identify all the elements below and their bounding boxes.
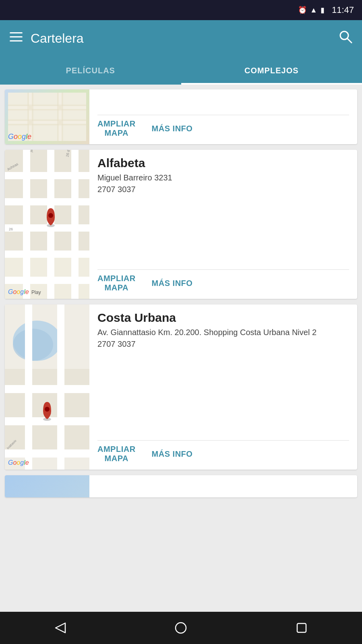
- app-bar: Cartelera: [0, 20, 362, 56]
- ampliar-mapa-btn-costa[interactable]: AMPLIAR MAPA: [97, 445, 136, 463]
- svg-rect-62: [32, 425, 57, 449]
- mas-info-btn-costa[interactable]: MÁS INFO: [152, 449, 193, 459]
- svg-rect-54: [57, 304, 64, 470]
- search-icon[interactable]: [339, 30, 352, 47]
- back-btn[interactable]: [50, 618, 70, 638]
- status-bar: ⏰ ▲ ▮ 11:47: [0, 0, 362, 20]
- svg-rect-1: [10, 36, 23, 37]
- card-costa-info: Costa Urbana Av. Giannattasio Km. 20.200…: [89, 304, 357, 470]
- svg-line-4: [348, 39, 352, 43]
- svg-marker-67: [56, 623, 65, 633]
- google-logo-costa: Google: [8, 459, 29, 466]
- mas-info-btn-alfabeta[interactable]: MÁS INFO: [152, 279, 193, 288]
- svg-rect-12: [8, 120, 86, 126]
- svg-rect-33: [5, 205, 23, 224]
- card-costa-phone: 2707 3037: [97, 340, 349, 349]
- card-alfabeta-phone: 2707 3037: [97, 185, 349, 194]
- svg-point-49: [13, 329, 53, 361]
- tab-bar: PELÍCULAS COMPLEJOS: [0, 56, 362, 85]
- svg-rect-60: [64, 393, 89, 417]
- svg-rect-29: [5, 179, 23, 198]
- bottom-nav: [0, 612, 362, 644]
- svg-rect-57: [5, 369, 25, 385]
- google-logo-alfabeta: Google: [8, 288, 31, 295]
- card-top-actions: AMPLIAR MAPA MÁS INFO: [97, 115, 349, 138]
- ampliar-mapa-btn-alfabeta[interactable]: AMPLIAR MAPA: [97, 274, 136, 292]
- svg-rect-31: [54, 179, 71, 198]
- ampliar-mapa-btn-top[interactable]: AMPLIAR MAPA: [97, 119, 136, 138]
- alarm-icon: ⏰: [298, 6, 307, 14]
- svg-rect-55: [32, 369, 57, 385]
- svg-rect-53: [25, 304, 32, 470]
- svg-rect-52: [5, 449, 89, 458]
- card-alfabeta-name: Alfabeta: [97, 156, 349, 170]
- svg-rect-40: [79, 232, 89, 251]
- status-icons: ⏰ ▲ ▮ 11:47: [298, 5, 354, 15]
- main-content: Google AMPLIAR MAPA MÁS INFO: [0, 85, 362, 612]
- svg-point-66: [45, 407, 50, 412]
- card-alfabeta-actions: AMPLIAR MAPA MÁS INFO: [97, 269, 349, 292]
- map-thumbnail-top: Google: [5, 89, 89, 144]
- card-costa-name: Costa Urbana: [97, 311, 349, 325]
- recent-btn[interactable]: [292, 618, 312, 638]
- svg-rect-56: [64, 369, 89, 385]
- tab-peliculas[interactable]: PELÍCULAS: [0, 56, 181, 85]
- mas-info-btn-top[interactable]: MÁS INFO: [152, 124, 193, 133]
- svg-rect-36: [79, 205, 89, 224]
- card-costa-urbana: inattasio Google Costa Urbana Av. Gianna…: [5, 304, 357, 470]
- map-thumbnail-costa: inattasio Google: [5, 304, 89, 470]
- tab-peliculas-label: PELÍCULAS: [66, 66, 115, 75]
- svg-point-46: [48, 213, 53, 218]
- card-costa-actions: AMPLIAR MAPA MÁS INFO: [97, 440, 349, 463]
- svg-rect-14: [57, 93, 63, 141]
- app-title: Cartelera: [31, 31, 84, 46]
- card-partial-top: Google AMPLIAR MAPA MÁS INFO: [5, 89, 357, 144]
- tab-complejos-label: COMPLEJOS: [244, 66, 299, 75]
- svg-rect-37: [5, 232, 23, 251]
- svg-rect-58: [5, 393, 25, 417]
- svg-rect-26: [30, 150, 47, 172]
- svg-rect-24: [71, 150, 79, 299]
- svg-rect-22: [23, 150, 30, 299]
- card-alfabeta-address: Miguel Barreiro 3231: [97, 173, 349, 182]
- app-bar-left: Cartelera: [10, 31, 84, 46]
- svg-rect-11: [8, 105, 86, 111]
- home-btn[interactable]: [171, 618, 191, 638]
- map-thumbnail-bottom: [5, 475, 89, 497]
- svg-rect-30: [30, 179, 47, 198]
- svg-rect-0: [10, 32, 23, 33]
- svg-rect-50: [5, 385, 89, 393]
- svg-rect-38: [30, 232, 47, 251]
- card-bottom-info: [89, 475, 357, 497]
- svg-rect-28: [79, 150, 89, 172]
- svg-rect-39: [54, 232, 71, 251]
- status-time: 11:47: [332, 5, 354, 15]
- google-logo-top: Google: [8, 133, 31, 141]
- svg-rect-34: [30, 205, 47, 224]
- signal-icon: ▲: [310, 6, 317, 14]
- card-bottom-partial: [5, 475, 357, 497]
- svg-rect-2: [10, 40, 23, 41]
- tab-complejos[interactable]: COMPLEJOS: [181, 56, 362, 85]
- svg-rect-32: [79, 179, 89, 198]
- svg-rect-69: [297, 623, 306, 632]
- hamburger-menu-icon[interactable]: [10, 32, 23, 45]
- svg-point-68: [176, 623, 186, 633]
- map-thumbnail-alfabeta: Achiras 26 de Marzo jaceta 26 Google Pla…: [5, 150, 89, 299]
- card-top-info: AMPLIAR MAPA MÁS INFO: [89, 89, 357, 144]
- card-alfabeta-info: Alfabeta Miguel Barreiro 3231 2707 3037 …: [89, 150, 357, 299]
- card-costa-address: Av. Giannattasio Km. 20.200. Shopping Co…: [97, 328, 349, 337]
- battery-icon: ▮: [321, 6, 325, 14]
- svg-rect-63: [64, 425, 89, 449]
- svg-text:26: 26: [9, 227, 13, 231]
- svg-rect-35: [54, 205, 71, 224]
- card-alfabeta: Achiras 26 de Marzo jaceta 26 Google Pla…: [5, 150, 357, 299]
